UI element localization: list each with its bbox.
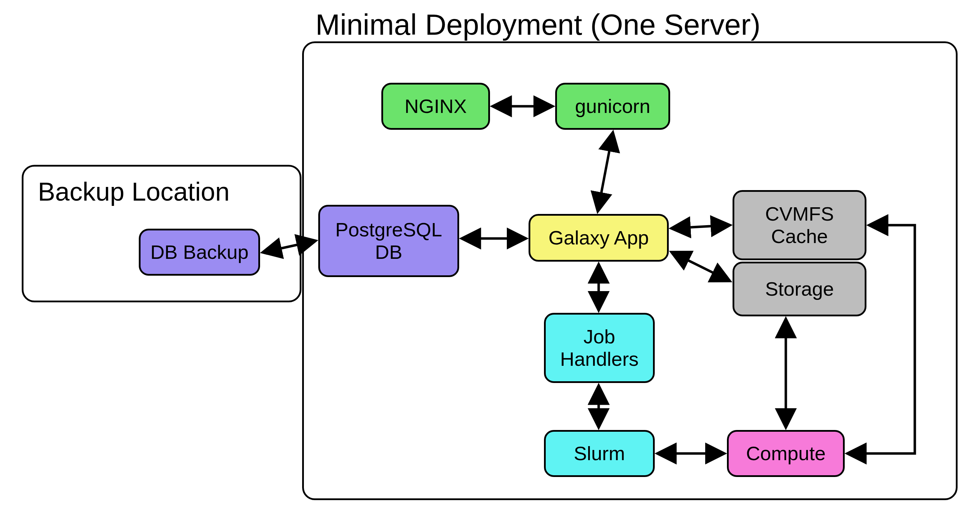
node-cvmfs: CVMFS Cache: [733, 190, 866, 260]
node-galaxy: Galaxy App: [528, 214, 669, 262]
node-job-handlers: Job Handlers: [544, 313, 655, 383]
node-gunicorn: gunicorn: [555, 83, 670, 130]
title-backup: Backup Location: [38, 177, 229, 207]
title-main: Minimal Deployment (One Server): [315, 8, 760, 42]
node-storage: Storage: [733, 262, 866, 316]
node-postgres: PostgreSQL DB: [318, 205, 459, 277]
node-slurm: Slurm: [544, 430, 655, 477]
node-db-backup: DB Backup: [139, 229, 260, 276]
node-nginx: NGINX: [381, 83, 490, 130]
diagram-stage: Minimal Deployment (One Server) Backup L…: [0, 0, 980, 511]
node-compute: Compute: [727, 430, 845, 477]
